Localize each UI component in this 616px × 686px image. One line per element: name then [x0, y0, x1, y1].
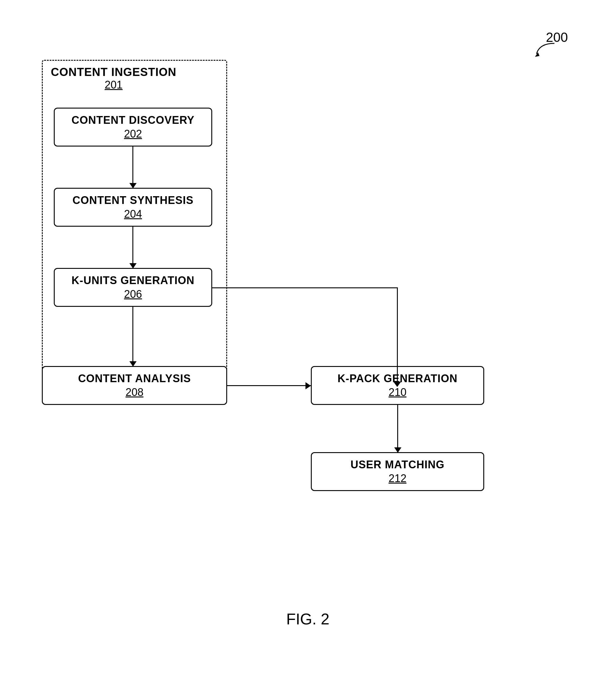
ingestion-label: CONTENT INGESTION 201 — [51, 66, 176, 91]
content-analysis-box: CONTENT ANALYSIS 208 — [42, 366, 227, 405]
figure-label: FIG. 2 — [286, 610, 329, 628]
arrow-synthesis-kunits — [132, 227, 133, 269]
ref-200-arrow — [533, 40, 557, 58]
connector-kunits-kpack-arrow — [393, 382, 401, 387]
arrow-discovery-synthesis — [132, 147, 133, 188]
user-matching-box: USER MATCHING 212 — [311, 452, 484, 491]
content-synthesis-box: CONTENT SYNTHESIS 204 — [54, 188, 212, 227]
connector-kunits-kpack-vertical — [397, 287, 398, 385]
arrow-analysis-kpack — [227, 385, 311, 386]
arrow-kpack-usermatching — [397, 405, 398, 453]
diagram-container: 200 CONTENT INGESTION 201 CONTENT DISCOV… — [24, 24, 592, 652]
arrow-kunits-analysis — [132, 307, 133, 367]
svg-marker-1 — [393, 382, 401, 387]
content-discovery-box: CONTENT DISCOVERY 202 — [54, 108, 212, 147]
svg-marker-0 — [535, 52, 540, 57]
kunits-box: K-UNITS GENERATION 206 — [54, 268, 212, 307]
connector-kunits-kpack-horizontal — [212, 287, 398, 288]
